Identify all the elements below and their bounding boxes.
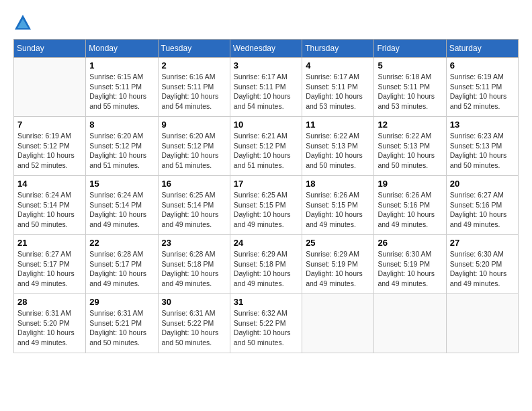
column-header-tuesday: Tuesday [158,40,230,58]
day-number: 21 [17,238,82,248]
calendar-header-row: SundayMondayTuesdayWednesdayThursdayFrid… [14,40,519,58]
day-number: 17 [234,179,298,189]
week-row-3: 14Sunrise: 6:24 AMSunset: 5:14 PMDayligh… [14,176,519,235]
day-number: 28 [17,297,82,307]
calendar-cell: 31Sunrise: 6:32 AMSunset: 5:22 PMDayligh… [230,294,302,353]
day-number: 22 [89,238,154,248]
day-number: 20 [450,179,515,189]
day-info: Sunrise: 6:15 AMSunset: 5:11 PMDaylight:… [89,72,154,111]
day-info: Sunrise: 6:30 AMSunset: 5:20 PMDaylight:… [450,249,515,289]
day-number: 18 [306,179,370,189]
calendar-cell: 28Sunrise: 6:31 AMSunset: 5:20 PMDayligh… [14,294,86,353]
day-number: 24 [234,238,298,248]
calendar-cell: 3Sunrise: 6:17 AMSunset: 5:11 PMDaylight… [230,58,302,117]
calendar-cell: 9Sunrise: 6:20 AMSunset: 5:12 PMDaylight… [158,117,230,176]
day-info: Sunrise: 6:24 AMSunset: 5:14 PMDaylight:… [89,190,154,230]
calendar-cell: 11Sunrise: 6:22 AMSunset: 5:13 PMDayligh… [302,117,374,176]
day-info: Sunrise: 6:26 AMSunset: 5:15 PMDaylight:… [306,190,370,230]
calendar-cell: 18Sunrise: 6:26 AMSunset: 5:15 PMDayligh… [302,176,374,235]
day-info: Sunrise: 6:17 AMSunset: 5:11 PMDaylight:… [234,72,298,111]
day-number: 11 [306,120,370,130]
calendar-cell: 2Sunrise: 6:16 AMSunset: 5:11 PMDaylight… [158,58,230,117]
calendar-cell: 22Sunrise: 6:28 AMSunset: 5:17 PMDayligh… [86,235,158,294]
day-number: 6 [450,60,515,71]
day-info: Sunrise: 6:21 AMSunset: 5:12 PMDaylight:… [234,131,298,171]
calendar-cell: 27Sunrise: 6:30 AMSunset: 5:20 PMDayligh… [446,235,518,294]
calendar-cell [446,294,518,353]
day-number: 7 [17,120,82,130]
day-number: 3 [234,60,298,71]
day-number: 1 [89,60,154,71]
calendar-cell: 6Sunrise: 6:19 AMSunset: 5:11 PMDaylight… [446,58,518,117]
day-number: 31 [234,297,298,307]
day-info: Sunrise: 6:28 AMSunset: 5:18 PMDaylight:… [162,249,226,289]
calendar-cell: 15Sunrise: 6:24 AMSunset: 5:14 PMDayligh… [86,176,158,235]
calendar-cell: 1Sunrise: 6:15 AMSunset: 5:11 PMDaylight… [86,58,158,117]
column-header-sunday: Sunday [14,40,86,58]
page-header [13,13,519,32]
logo-icon [13,13,32,32]
day-info: Sunrise: 6:16 AMSunset: 5:11 PMDaylight:… [162,72,226,111]
day-info: Sunrise: 6:23 AMSunset: 5:13 PMDaylight:… [450,131,515,171]
day-info: Sunrise: 6:28 AMSunset: 5:17 PMDaylight:… [89,249,154,289]
calendar-cell: 14Sunrise: 6:24 AMSunset: 5:14 PMDayligh… [14,176,86,235]
week-row-1: 1Sunrise: 6:15 AMSunset: 5:11 PMDaylight… [14,58,519,117]
day-number: 30 [162,297,226,307]
day-info: Sunrise: 6:25 AMSunset: 5:15 PMDaylight:… [234,190,298,230]
day-number: 14 [17,179,82,189]
day-number: 29 [89,297,154,307]
calendar-cell [302,294,374,353]
day-info: Sunrise: 6:19 AMSunset: 5:12 PMDaylight:… [17,131,82,171]
column-header-saturday: Saturday [446,40,518,58]
day-info: Sunrise: 6:30 AMSunset: 5:19 PMDaylight:… [378,249,442,289]
calendar-cell: 12Sunrise: 6:22 AMSunset: 5:13 PMDayligh… [374,117,446,176]
day-number: 2 [162,60,226,71]
calendar-cell: 24Sunrise: 6:29 AMSunset: 5:18 PMDayligh… [230,235,302,294]
day-number: 12 [378,120,442,130]
day-number: 23 [162,238,226,248]
calendar-cell: 8Sunrise: 6:20 AMSunset: 5:12 PMDaylight… [86,117,158,176]
day-info: Sunrise: 6:29 AMSunset: 5:18 PMDaylight:… [234,249,298,289]
calendar-cell [374,294,446,353]
calendar-cell: 29Sunrise: 6:31 AMSunset: 5:21 PMDayligh… [86,294,158,353]
calendar-cell: 25Sunrise: 6:29 AMSunset: 5:19 PMDayligh… [302,235,374,294]
day-number: 25 [306,238,370,248]
day-number: 26 [378,238,442,248]
calendar-cell: 21Sunrise: 6:27 AMSunset: 5:17 PMDayligh… [14,235,86,294]
day-info: Sunrise: 6:18 AMSunset: 5:11 PMDaylight:… [378,72,442,111]
calendar-cell: 4Sunrise: 6:17 AMSunset: 5:11 PMDaylight… [302,58,374,117]
calendar-table: SundayMondayTuesdayWednesdayThursdayFrid… [13,39,519,353]
day-info: Sunrise: 6:22 AMSunset: 5:13 PMDaylight:… [306,131,370,171]
day-info: Sunrise: 6:20 AMSunset: 5:12 PMDaylight:… [89,131,154,171]
calendar-cell: 19Sunrise: 6:26 AMSunset: 5:16 PMDayligh… [374,176,446,235]
day-info: Sunrise: 6:20 AMSunset: 5:12 PMDaylight:… [162,131,226,171]
week-row-2: 7Sunrise: 6:19 AMSunset: 5:12 PMDaylight… [14,117,519,176]
calendar-cell: 17Sunrise: 6:25 AMSunset: 5:15 PMDayligh… [230,176,302,235]
calendar-cell: 5Sunrise: 6:18 AMSunset: 5:11 PMDaylight… [374,58,446,117]
calendar-cell: 30Sunrise: 6:31 AMSunset: 5:22 PMDayligh… [158,294,230,353]
calendar-cell: 20Sunrise: 6:27 AMSunset: 5:16 PMDayligh… [446,176,518,235]
week-row-4: 21Sunrise: 6:27 AMSunset: 5:17 PMDayligh… [14,235,519,294]
column-header-thursday: Thursday [302,40,374,58]
day-number: 16 [162,179,226,189]
calendar-cell: 26Sunrise: 6:30 AMSunset: 5:19 PMDayligh… [374,235,446,294]
column-header-monday: Monday [86,40,158,58]
day-number: 13 [450,120,515,130]
calendar-cell: 13Sunrise: 6:23 AMSunset: 5:13 PMDayligh… [446,117,518,176]
day-info: Sunrise: 6:17 AMSunset: 5:11 PMDaylight:… [306,72,370,111]
day-info: Sunrise: 6:27 AMSunset: 5:17 PMDaylight:… [17,249,82,289]
day-info: Sunrise: 6:31 AMSunset: 5:21 PMDaylight:… [89,308,154,348]
calendar-cell [14,58,86,117]
logo [13,13,35,32]
week-row-5: 28Sunrise: 6:31 AMSunset: 5:20 PMDayligh… [14,294,519,353]
day-number: 9 [162,120,226,130]
day-info: Sunrise: 6:26 AMSunset: 5:16 PMDaylight:… [378,190,442,230]
day-number: 19 [378,179,442,189]
day-info: Sunrise: 6:27 AMSunset: 5:16 PMDaylight:… [450,190,515,230]
day-info: Sunrise: 6:32 AMSunset: 5:22 PMDaylight:… [234,308,298,348]
calendar-cell: 7Sunrise: 6:19 AMSunset: 5:12 PMDaylight… [14,117,86,176]
day-info: Sunrise: 6:31 AMSunset: 5:22 PMDaylight:… [162,308,226,348]
column-header-wednesday: Wednesday [230,40,302,58]
day-number: 8 [89,120,154,130]
day-info: Sunrise: 6:31 AMSunset: 5:20 PMDaylight:… [17,308,82,348]
